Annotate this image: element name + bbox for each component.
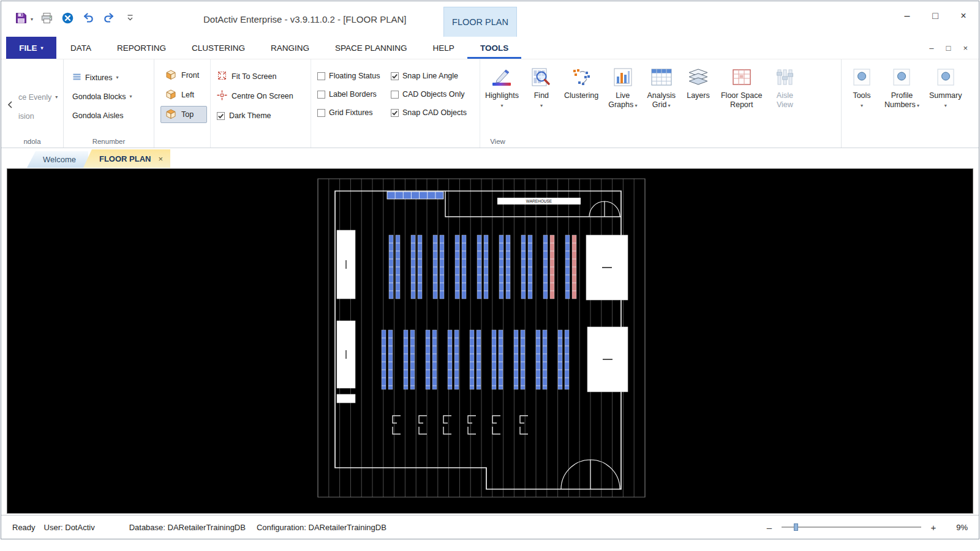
screen-item-label: Fit To Screen	[232, 72, 276, 81]
view-top-button[interactable]: Top	[160, 106, 207, 123]
view-checkboxes-col1: Floating StatusLabel BordersGrid Fixture…	[311, 59, 391, 148]
ribbon-button-find[interactable]: Find▾	[524, 61, 559, 148]
renumber-gondola-aisles-button[interactable]: Gondola Aisles	[72, 106, 154, 125]
button-label-line: Layers	[687, 91, 710, 100]
check-snap-cad-objects[interactable]: Snap CAD Objects	[391, 103, 480, 122]
redo-button[interactable]	[102, 12, 116, 26]
ribbon-button-summary[interactable]: Summary▾	[924, 61, 967, 148]
button-label-line: Aisle	[777, 91, 793, 100]
ribbon-button-clustering[interactable]: Clustering	[559, 61, 603, 148]
cube-front-icon	[165, 69, 177, 82]
zoom-slider[interactable]	[782, 523, 921, 531]
dropdown-caret-icon: ▾	[633, 103, 637, 108]
clipped-item-ision[interactable]: ision	[18, 107, 63, 126]
screen-controls: Fit To ScreenCentre On ScreenDark Theme	[211, 59, 311, 148]
cube-top-icon	[165, 108, 177, 121]
clipped-item-ce-evenly[interactable]: ce Evenly▾	[18, 88, 63, 107]
ribbon-button-aisle-view: AisleView	[767, 61, 802, 148]
zoom-in-button[interactable]: +	[929, 522, 938, 533]
menu-tab-tools[interactable]: TOOLS	[467, 37, 521, 59]
clipped-item-label: ce Evenly	[18, 93, 51, 102]
group-label-renumber: Renumber	[64, 138, 154, 145]
save-button[interactable]	[13, 12, 28, 26]
floor-plan-drawing[interactable]: WAREHOUSE	[7, 169, 973, 514]
snap-line-angle-checkbox[interactable]	[391, 72, 399, 80]
file-menu-button[interactable]: FILE ▾	[6, 37, 56, 59]
menu-tab-clustering[interactable]: CLUSTERING	[179, 37, 258, 59]
cancel-button[interactable]	[60, 12, 75, 26]
contextual-tab-floor-plan[interactable]: FLOOR PLAN	[443, 7, 517, 37]
cad-objects-only-checkbox[interactable]	[391, 91, 399, 99]
menu-tabs: DATAREPORTINGCLUSTERINGRANGINGSPACE PLAN…	[58, 37, 521, 59]
ribbon-button-profile-numbers[interactable]: ProfileNumbers ▾	[880, 61, 924, 148]
check-label-borders[interactable]: Label Borders	[317, 85, 391, 103]
ribbon-group-view: FrontLeftTop Fit To ScreenCentre On Scre…	[154, 59, 842, 148]
cube-left-icon	[165, 88, 177, 102]
fit-to-screen-button[interactable]: Fit To Screen	[217, 67, 311, 86]
dropdown-caret-icon: ▾	[130, 94, 132, 99]
floor-plan-canvas[interactable]: WAREHOUSE	[7, 168, 973, 514]
dropdown-caret-icon: ▾	[116, 75, 118, 80]
renumber-group-items: Fixtures▾Gondola Blocks▾Gondola Aisles	[72, 68, 154, 125]
tab-welcome[interactable]: Welcome	[27, 151, 88, 168]
fixtures-icon	[72, 72, 81, 83]
label-borders-checkbox[interactable]	[317, 91, 325, 99]
centre-on-screen-button[interactable]: Centre On Screen	[217, 86, 311, 106]
maximize-button[interactable]: □	[930, 10, 941, 21]
renumber-gondola-blocks-button[interactable]: Gondola Blocks▾	[72, 87, 154, 106]
menu-tab-reporting[interactable]: REPORTING	[104, 37, 179, 59]
view-front-button[interactable]: Front	[160, 67, 207, 84]
qat-overflow-button[interactable]	[123, 12, 137, 26]
dark-theme-button[interactable]: Dark Theme	[217, 106, 311, 126]
ribbon-button-analysis-grid[interactable]: AnalysisGrid ▾	[642, 61, 680, 148]
print-icon	[40, 12, 53, 27]
window-controls: – □ ×	[902, 10, 969, 21]
save-button-caret-icon[interactable]: ▾	[31, 17, 33, 22]
zoom-slider-thumb[interactable]	[794, 523, 798, 531]
floating-status-checkbox[interactable]	[317, 72, 325, 80]
ribbon-button-floor-space-report[interactable]: Floor SpaceReport	[716, 61, 767, 148]
tab-floor-plan-close-icon[interactable]: ×	[158, 154, 163, 163]
print-button[interactable]	[39, 12, 54, 26]
mdi-close-button[interactable]: ×	[963, 43, 968, 53]
mdi-restore-button[interactable]: □	[946, 43, 951, 53]
minimize-button[interactable]: –	[902, 10, 913, 21]
ribbon-button-find-label: Find▾	[534, 91, 549, 110]
check-label: Snap Line Angle	[402, 72, 458, 80]
ribbon-button-highlights-label: Highlights▾	[485, 91, 519, 110]
mdi-minimize-button[interactable]: –	[929, 43, 933, 53]
button-label-line: Graphs	[608, 100, 633, 109]
menu-tab-ranging[interactable]: RANGING	[258, 37, 322, 59]
status-bar: Ready User: DotActiv Database: DARetaile…	[1, 515, 979, 539]
view-left-button[interactable]: Left	[160, 86, 207, 103]
menu-tab-help[interactable]: HELP	[420, 37, 467, 59]
find-icon	[531, 65, 552, 89]
check-grid-fixtures[interactable]: Grid Fixtures	[317, 103, 391, 122]
menu-tab-space-planning[interactable]: SPACE PLANNING	[322, 37, 420, 59]
screen-item-label: Dark Theme	[229, 111, 271, 120]
tab-floor-plan[interactable]: FLOOR PLAN×	[83, 149, 170, 168]
ribbon-button-live-graphs[interactable]: LiveGraphs ▾	[603, 61, 642, 148]
check-snap-line-angle[interactable]: Snap Line Angle	[391, 67, 480, 85]
renumber-fixtures-button[interactable]: Fixtures▾	[72, 68, 154, 87]
zoom-out-button[interactable]: –	[765, 522, 774, 533]
undo-button[interactable]	[81, 12, 96, 26]
ribbon-button-profile-numbers-label: ProfileNumbers ▾	[884, 91, 919, 110]
dark-theme-checkbox[interactable]	[217, 112, 225, 120]
ribbon-button-tools[interactable]: Tools▾	[844, 61, 880, 148]
button-label-line: Find	[534, 91, 549, 100]
close-button[interactable]: ×	[958, 10, 969, 21]
snap-cad-objects-checkbox[interactable]	[391, 109, 399, 117]
ribbon-button-layers[interactable]: Layers	[680, 61, 716, 148]
ribbon-button-highlights[interactable]: Highlights▾	[480, 61, 524, 148]
cancel-icon	[61, 12, 74, 27]
circle-icon	[892, 65, 911, 89]
title-bar: ▾ DotActiv Enterprise - v3.9.11.0.2 - [F…	[1, 1, 979, 37]
check-floating-status[interactable]: Floating Status	[317, 67, 391, 85]
save-icon	[15, 12, 28, 27]
ribbon-scroll-left-icon[interactable]	[7, 100, 12, 111]
grid-fixtures-checkbox[interactable]	[317, 109, 325, 117]
menu-tab-data[interactable]: DATA	[58, 37, 104, 59]
check-cad-objects-only[interactable]: CAD Objects Only	[391, 85, 480, 103]
ribbon: ce Evenly▾ision ndola Fixtures▾Gondola B…	[1, 59, 979, 148]
